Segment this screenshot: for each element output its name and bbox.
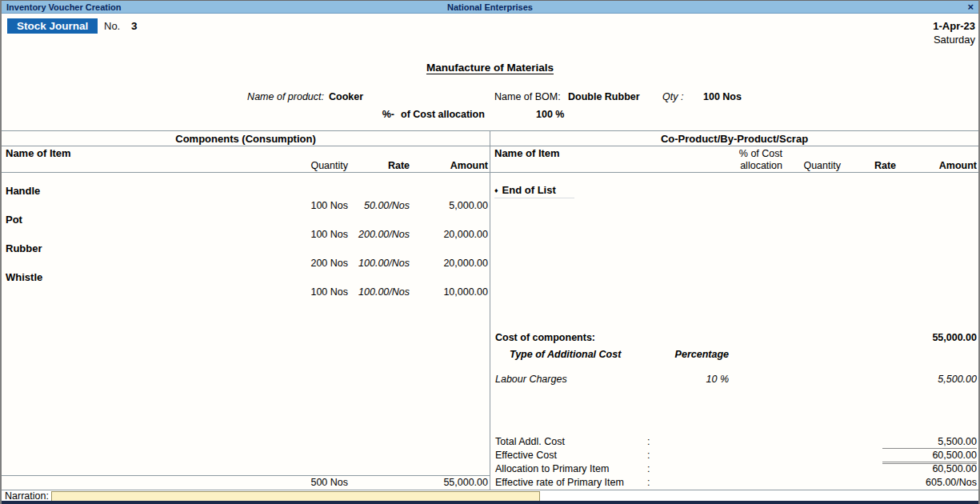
coproduct-col-rate: Rate: [842, 160, 898, 171]
table-row[interactable]: Rubber 200 Nos 100.00/Nos 20,000.00: [2, 242, 490, 270]
item-qty: 100 Nos: [262, 285, 350, 299]
components-title: Components (Consumption): [2, 131, 490, 146]
alloc-prefix: %-: [2, 109, 394, 120]
table-row[interactable]: Whistle 100 Nos 100.00/Nos 10,000.00: [2, 270, 490, 299]
title-bar: Inventory Voucher Creation National Ente…: [2, 1, 978, 14]
item-name[interactable]: Rubber: [2, 242, 490, 256]
totals-block: Total Addl. Cost : 5,500.00 Effective Co…: [490, 435, 978, 490]
close-icon[interactable]: ×: [967, 1, 974, 13]
allocation-primary-value: 60,500.00: [932, 462, 977, 475]
components-total-qty: 500 Nos: [262, 476, 350, 490]
percentage-label: Percentage: [490, 349, 729, 360]
additional-cost-row[interactable]: Labour Charges 10 % 5,500.00: [490, 374, 978, 388]
components-total-row: 500 Nos 55,000.00: [2, 475, 490, 490]
table-row[interactable]: Handle 100 Nos 50.00/Nos 5,000.00: [2, 184, 490, 213]
product-label: Name of product:: [2, 91, 324, 102]
item-qty: 200 Nos: [262, 256, 350, 270]
item-amount: 20,000.00: [411, 227, 490, 242]
effective-rate-row: Effective rate of Primary Item : 605.00/…: [490, 476, 978, 490]
cost-of-components-value: 55,000.00: [932, 332, 977, 343]
product-row: Name of product: Cooker Name of BOM: Dou…: [2, 91, 978, 104]
item-amount: 10,000.00: [411, 285, 490, 299]
allocation-primary-label: Allocation to Primary Item: [495, 462, 609, 475]
effective-rate-value: 605.00/Nos: [926, 476, 977, 489]
item-rate: 50.00/Nos: [350, 198, 411, 213]
manufacture-title: Manufacture of Materials: [2, 62, 978, 74]
additional-cost-percentage[interactable]: 10 %: [490, 374, 729, 385]
components-panel: Components (Consumption) Name of Item Qu…: [2, 131, 490, 490]
coproduct-panel: Co-Product/By-Product/Scrap Name of Item…: [490, 131, 978, 490]
voucher-no-value[interactable]: 3: [131, 20, 138, 32]
diamond-bullet-icon: ♦: [494, 186, 498, 194]
components-col-quantity: Quantity: [262, 160, 350, 171]
item-qty: 100 Nos: [262, 227, 350, 242]
narration-label: Narration:: [5, 490, 49, 502]
allocation-primary-row: Allocation to Primary Item : 60,500.00: [490, 462, 978, 476]
bom-value[interactable]: Double Rubber: [568, 91, 640, 102]
bom-label: Name of BOM:: [494, 91, 561, 102]
voucher-day: Saturday: [934, 34, 975, 46]
voucher-table: Components (Consumption) Name of Item Qu…: [2, 130, 978, 490]
coproduct-column-headers: Name of Item % of Cost allocation Quanti…: [490, 146, 978, 173]
item-qty: 100 Nos: [262, 198, 350, 213]
qty-value[interactable]: 100 Nos: [703, 91, 742, 102]
alloc-value[interactable]: 100 %: [536, 109, 564, 120]
table-row[interactable]: Pot 100 Nos 200.00/Nos 20,000.00: [2, 213, 490, 242]
coproduct-col-quantity: Quantity: [783, 160, 842, 171]
total-addl-cost-label: Total Addl. Cost: [495, 435, 565, 448]
voucher-date[interactable]: 1-Apr-23: [933, 20, 975, 32]
coproduct-col-name: Name of Item: [494, 147, 560, 159]
end-of-list-item[interactable]: ♦End of List: [494, 184, 574, 198]
effective-cost-row: Effective Cost : 60,500.00: [490, 449, 978, 462]
components-body: Handle 100 Nos 50.00/Nos 5,000.00 Pot 10…: [2, 173, 490, 490]
components-total-amount: 55,000.00: [411, 476, 490, 490]
coproduct-body: ♦End of List Cost of components: 55,000.…: [490, 173, 978, 490]
voucher-no-label: No.: [104, 20, 120, 32]
additional-cost-header-row: Type of Additional Cost Percentage: [490, 349, 978, 363]
item-name[interactable]: Handle: [2, 184, 490, 198]
components-column-headers: Name of Item Quantity Rate Amount: [2, 146, 490, 173]
voucher-type-badge: Stock Journal: [7, 18, 98, 34]
qty-label: Qty :: [662, 91, 683, 102]
total-addl-cost-row: Total Addl. Cost : 5,500.00: [490, 435, 978, 449]
effective-rate-label: Effective rate of Primary Item: [495, 476, 624, 489]
cost-of-components-row: Cost of components: 55,000.00: [490, 332, 978, 346]
effective-cost-label: Effective Cost: [495, 449, 557, 462]
components-col-rate: Rate: [350, 160, 411, 171]
company-name: National Enterprises: [2, 2, 978, 12]
alloc-label: of Cost allocation: [401, 109, 485, 120]
cost-of-components-label: Cost of components:: [495, 332, 595, 343]
item-rate: 200.00/Nos: [350, 227, 411, 242]
total-addl-cost-value: 5,500.00: [882, 435, 977, 449]
window-bottom-frame: [2, 501, 978, 504]
coproduct-title: Co-Product/By-Product/Scrap: [490, 131, 978, 146]
item-rate: 100.00/Nos: [350, 256, 411, 270]
components-col-amount: Amount: [411, 160, 490, 171]
product-value[interactable]: Cooker: [329, 91, 363, 102]
coproduct-col-amount: Amount: [898, 160, 978, 171]
item-rate: 100.00/Nos: [350, 285, 411, 299]
additional-cost-amount: 5,500.00: [938, 374, 977, 385]
cost-allocation-row: %- of Cost allocation 100 %: [2, 109, 978, 122]
item-name[interactable]: Pot: [2, 213, 490, 227]
item-amount: 5,000.00: [411, 198, 490, 213]
item-amount: 20,000.00: [411, 256, 490, 270]
item-name[interactable]: Whistle: [2, 270, 490, 285]
inventory-voucher-window: Inventory Voucher Creation National Ente…: [0, 0, 980, 504]
components-col-name: Name of Item: [6, 147, 71, 159]
